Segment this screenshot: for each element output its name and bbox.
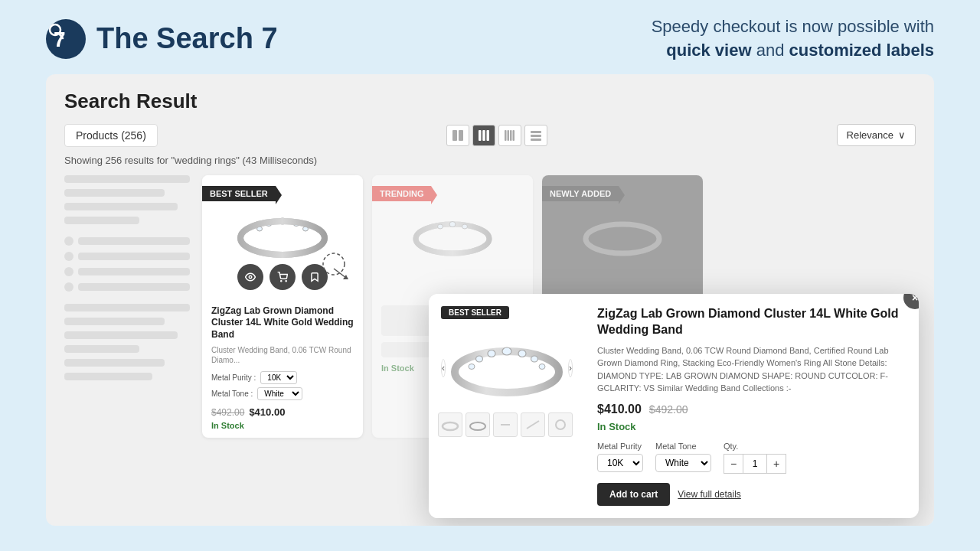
svg-point-42 [539,364,545,370]
modal-ring-image [446,330,568,406]
modal-product-desc: Cluster Wedding Band, 0.06 TCW Round Dia… [597,344,903,395]
thumbnail-3[interactable] [493,412,518,437]
svg-rect-5 [459,130,463,141]
modal-purity-select[interactable]: 10K14K18K [597,454,643,472]
thumbnail-4[interactable] [521,412,545,437]
hover-icons-1 [237,264,328,290]
svg-point-43 [469,364,475,370]
qty-increase-button[interactable]: + [766,454,786,474]
modal-metal-tone: Metal Tone WhiteYellowRose [655,442,711,474]
view-4col-button[interactable] [498,125,521,146]
card-desc-1: Cluster Wedding Band, 0.06 TCW Round Dia… [211,345,354,365]
modal-thumbnails [438,412,573,437]
tagline: Speedy checkout is now possible with qui… [652,15,934,63]
view-full-details-button[interactable]: View full details [678,489,741,500]
qty-decrease-button[interactable]: − [724,454,743,474]
svg-point-24 [249,276,252,279]
logo-icon: 7 [46,19,86,59]
tagline-and: and [752,41,789,60]
qty-control: − 1 + [724,454,786,474]
view-options [446,125,547,146]
svg-point-31 [416,224,489,253]
modal-options: Metal Purity 10K14K18K Metal Tone WhiteY… [597,442,903,474]
header: 7 The Search 7 Speedy checkout is now po… [0,0,980,74]
svg-rect-7 [482,130,485,141]
svg-marker-29 [343,275,349,279]
svg-point-27 [323,253,345,275]
modal-details: ZigZag Lab Grown Diamond Cluster 14L Whi… [582,294,919,518]
qty-value: 1 [743,454,766,474]
metal-purity-row: Metal Purity : 10K14K18K [211,371,354,384]
view-3col-button[interactable] [472,125,495,146]
logo-area: 7 The Search 7 [46,19,278,59]
relevance-dropdown[interactable]: Relevance ∨ [837,124,916,146]
svg-rect-10 [508,130,510,141]
modal-metal-purity: Metal Purity 10K14K18K [597,442,643,474]
modal-actions: Add to cart View full details [597,483,903,506]
price-sale-1: $410.00 [249,406,285,418]
eye-icon-btn[interactable] [237,264,263,290]
badge-trending: TRENDING [372,186,431,201]
svg-rect-11 [510,130,512,141]
card-options-1: Metal Purity : 10K14K18K Metal Tone : Wh… [211,371,354,400]
metal-purity-select[interactable]: 10K14K18K [260,371,297,384]
svg-point-35 [586,224,659,253]
thumbnail-1[interactable] [438,412,462,437]
price-original-1: $492.00 [211,407,244,418]
svg-rect-6 [479,130,482,141]
chevron-left-icon: ‹ [442,363,445,373]
thumbnail-2[interactable] [466,412,490,437]
svg-line-28 [334,269,346,278]
skeleton-sidebar [64,175,202,439]
modal-purity-label: Metal Purity [597,442,643,451]
chevron-right-icon: › [569,363,572,373]
svg-point-44 [443,422,458,430]
svg-point-45 [470,422,485,430]
tagline-line1: Speedy checkout is now possible with [652,17,934,36]
modal-tone-select[interactable]: WhiteYellowRose [655,454,711,472]
badge-newly-added: NEWLY ADDED [542,186,619,201]
metal-tone-select[interactable]: WhiteYellowRose [257,387,302,400]
add-to-cart-button[interactable]: Add to cart [597,483,670,506]
svg-point-40 [531,356,538,362]
svg-point-36 [455,351,559,393]
svg-point-23 [240,221,325,255]
card-body-1: ZigZag Lab Grown Diamond Cluster 14L Whi… [202,298,363,439]
svg-point-48 [556,420,565,429]
toolbar: Products (256) Relevance ∨ [64,124,916,147]
svg-point-26 [286,280,286,281]
chevron-down-icon: ∨ [898,129,906,141]
ring-svg-3 [577,210,668,263]
click-indicator [318,249,349,282]
quick-view-modal: × BEST SELLER ‹ [429,294,919,518]
metal-purity-label: Metal Purity : [211,373,256,382]
modal-price-sale: $410.00 [597,403,642,416]
modal-qty: Qty. − 1 + [724,442,786,474]
metal-tone-label: Metal Tone : [211,390,253,398]
svg-rect-12 [513,130,515,141]
price-row-1: $492.00 $410.00 [211,406,354,418]
product-card-1: BEST SELLER [202,175,363,439]
metal-tone-row: Metal Tone : WhiteYellowRose [211,387,354,400]
svg-rect-14 [531,135,541,137]
products-count: Products (256) [64,124,158,147]
svg-point-38 [518,350,526,357]
svg-rect-13 [531,131,541,133]
tagline-bold1: quick view [666,41,751,60]
modal-price-original: $492.00 [649,403,688,416]
browser-window: Search Result Products (256) Relevance ∨… [46,74,934,526]
view-list-button[interactable] [524,125,547,146]
modal-next-arrow[interactable]: › [568,359,573,377]
modal-qty-label: Qty. [724,442,786,451]
cart-icon-btn[interactable] [270,264,296,290]
badge-best-seller: BEST SELLER [202,186,276,201]
thumbnail-5[interactable] [548,412,573,437]
view-2col-button[interactable] [446,125,469,146]
svg-point-39 [488,350,495,357]
modal-tone-label: Metal Tone [655,442,711,451]
logo-text: The Search 7 [96,22,278,55]
svg-rect-9 [505,130,507,141]
tagline-bold2: customized labels [789,41,934,60]
svg-rect-15 [531,139,541,141]
close-icon: × [912,294,918,304]
